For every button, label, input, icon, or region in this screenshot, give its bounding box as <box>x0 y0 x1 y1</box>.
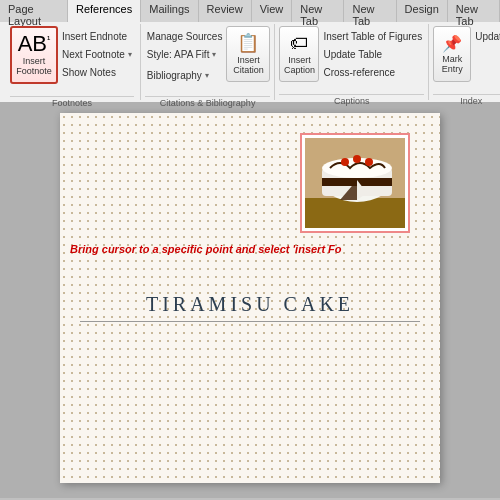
mark-entry-icon: 📌 <box>442 34 462 53</box>
cake-svg <box>305 138 405 228</box>
tab-view[interactable]: View <box>252 0 293 22</box>
captions-small-buttons: Insert Table of Figures Update Table Cro… <box>321 26 424 82</box>
captions-group: 🏷 Insert Caption Insert Table of Figures… <box>275 24 429 100</box>
tab-newtab2[interactable]: New Tab <box>344 0 396 22</box>
insert-citation-icon: 📋 <box>237 32 259 54</box>
ribbon: Page Layout References Mailings Review V… <box>0 0 500 103</box>
svg-point-7 <box>353 155 361 163</box>
insert-table-of-figures-button[interactable]: Insert Table of Figures <box>321 28 424 45</box>
tab-references[interactable]: References <box>68 0 141 22</box>
manage-sources-button[interactable]: Manage Sources <box>145 28 225 45</box>
document-image-container <box>300 133 410 233</box>
index-small-buttons: Update <box>473 26 500 82</box>
footnotes-small-buttons: Insert Endnote Next Footnote ▾ Show Note… <box>60 26 134 81</box>
next-footnote-dropdown-icon: ▾ <box>128 50 132 59</box>
next-footnote-button[interactable]: Next Footnote ▾ <box>60 46 134 63</box>
citations-group-label: Citations & Bibliography <box>145 96 271 108</box>
footnotes-group: AB¹ Insert Footnote Insert Endnote Next … <box>4 24 141 100</box>
show-notes-label: Show Notes <box>62 67 116 78</box>
update-index-button[interactable]: Update <box>473 28 500 45</box>
style-dropdown-icon: ▾ <box>212 50 216 59</box>
footnotes-group-label: Footnotes <box>10 96 134 108</box>
insert-citation-label: Insert Citation <box>233 56 264 76</box>
insert-table-of-figures-label: Insert Table of Figures <box>323 31 422 42</box>
insert-footnote-button[interactable]: AB¹ Insert Footnote <box>10 26 58 84</box>
citations-content: Manage Sources Style: APA Fift ▾ Bibliog… <box>145 26 271 96</box>
next-footnote-label: Next Footnote <box>62 49 125 60</box>
bibliography-label: Bibliography <box>147 70 202 81</box>
insert-caption-label: Insert Caption <box>282 56 316 76</box>
update-table-label: Update Table <box>323 49 382 60</box>
cross-reference-button[interactable]: Cross-reference <box>321 64 424 81</box>
update-table-button[interactable]: Update Table <box>321 46 424 63</box>
insert-caption-icon: 🏷 <box>290 33 308 54</box>
tab-page-layout[interactable]: Page Layout <box>0 0 68 22</box>
index-group: 📌 Mark Entry Update Index <box>429 24 500 100</box>
insert-endnote-label: Insert Endnote <box>62 31 127 42</box>
tab-review[interactable]: Review <box>199 0 252 22</box>
bibliography-dropdown-icon: ▾ <box>205 71 209 80</box>
document-page[interactable]: Bring cursor to a specific point and sel… <box>60 113 440 483</box>
insert-caption-button[interactable]: 🏷 Insert Caption <box>279 26 319 82</box>
insert-footnote-label: Insert Footnote <box>16 57 52 77</box>
ribbon-content: AB¹ Insert Footnote Insert Endnote Next … <box>0 22 500 102</box>
tab-design[interactable]: Design <box>397 0 448 22</box>
tab-newtab3[interactable]: New Tab <box>448 0 500 22</box>
captions-content: 🏷 Insert Caption Insert Table of Figures… <box>279 26 424 94</box>
document-title[interactable]: TIRAMISU CAKE <box>80 293 420 322</box>
update-index-label: Update <box>475 31 500 42</box>
style-label: Style: APA Fift <box>147 49 210 60</box>
index-content: 📌 Mark Entry Update <box>433 26 500 94</box>
index-group-label: Index <box>433 94 500 106</box>
show-notes-button[interactable]: Show Notes <box>60 64 134 81</box>
svg-point-6 <box>341 158 349 166</box>
citations-top-buttons: Manage Sources Style: APA Fift ▾ Bibliog… <box>145 26 225 84</box>
ribbon-tab-bar: Page Layout References Mailings Review V… <box>0 0 500 22</box>
footnotes-group-content: AB¹ Insert Footnote Insert Endnote Next … <box>10 26 134 96</box>
instruction-text: Bring cursor to a specific point and sel… <box>70 243 430 255</box>
insert-footnote-icon: AB¹ <box>18 33 51 55</box>
tab-mailings[interactable]: Mailings <box>141 0 198 22</box>
citations-group: Manage Sources Style: APA Fift ▾ Bibliog… <box>141 24 276 100</box>
svg-rect-1 <box>305 198 405 228</box>
insert-endnote-button[interactable]: Insert Endnote <box>60 28 134 45</box>
cross-reference-label: Cross-reference <box>323 67 395 78</box>
document-area: Bring cursor to a specific point and sel… <box>0 103 500 498</box>
cake-image <box>305 138 405 228</box>
mark-entry-label: Mark Entry <box>436 55 468 75</box>
insert-citation-button[interactable]: 📋 Insert Citation <box>226 26 270 82</box>
manage-sources-label: Manage Sources <box>147 31 223 42</box>
captions-group-label: Captions <box>279 94 424 106</box>
style-dropdown[interactable]: Style: APA Fift ▾ <box>145 46 225 63</box>
mark-entry-button[interactable]: 📌 Mark Entry <box>433 26 471 82</box>
svg-point-8 <box>365 158 373 166</box>
tab-newtab1[interactable]: New Tab <box>292 0 344 22</box>
bibliography-dropdown[interactable]: Bibliography ▾ <box>145 67 225 84</box>
